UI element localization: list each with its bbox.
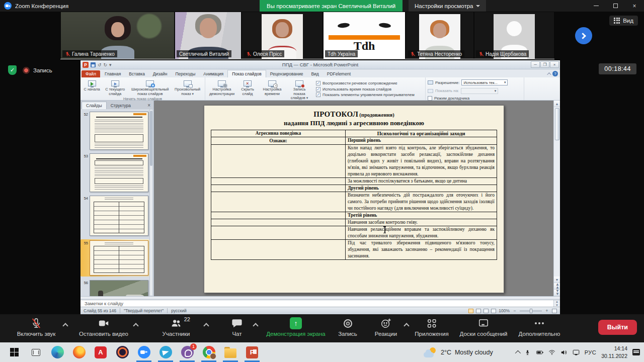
ribbon-tab[interactable]: Вставка [125, 70, 149, 78]
reactions-button[interactable]: Реакции [367, 317, 405, 337]
volume-tray-icon[interactable] [560, 349, 568, 356]
taskbar-acrobat[interactable]: A [94, 345, 108, 360]
notes-scrollbar[interactable]: ▲▼ [553, 300, 560, 307]
slide-sorter-view-icon[interactable] [476, 309, 481, 313]
fit-to-window-icon[interactable] [552, 309, 557, 313]
battery-tray-icon[interactable] [536, 349, 543, 356]
view-settings-button[interactable]: Настройки просмотра [409, 0, 486, 12]
ribbon-tab[interactable]: Рецензирование [266, 70, 307, 78]
taskbar-edge[interactable] [50, 345, 64, 360]
minimize-button[interactable] [587, 0, 606, 12]
participant-tile[interactable]: Светличный Виталий [175, 12, 241, 59]
leave-meeting-button[interactable]: Выйти [598, 320, 637, 335]
participants-options-chevron[interactable] [203, 323, 209, 328]
participant-tile[interactable]: Надія Щербакова [474, 12, 554, 59]
security-shield-icon[interactable]: ✓ [8, 65, 17, 75]
wifi-tray-icon[interactable] [548, 349, 555, 356]
from-beginning-button[interactable]: С начала [83, 79, 101, 93]
video-options-chevron[interactable] [133, 323, 138, 328]
slide-canvas-area[interactable]: ПРОТОКОЛ (продовження) надання ППД людин… [154, 101, 553, 296]
scrollbar-thumb[interactable] [555, 108, 559, 140]
slide-thumbnail[interactable] [90, 280, 148, 296]
custom-slideshow-button[interactable]: Произвольный показ ▾ [172, 79, 203, 97]
ribbon-checkbox[interactable]: ✓ Использовать время показа слайдов [316, 87, 415, 92]
close-button[interactable]: × [625, 0, 644, 12]
chat-options-chevron[interactable] [253, 323, 258, 328]
slide-thumbnail-row[interactable]: 53 [80, 153, 148, 192]
slide-thumbnail[interactable] [90, 240, 148, 276]
more-button[interactable]: Дополнительно [512, 317, 567, 337]
gallery-view-button[interactable]: Вид [609, 16, 638, 26]
reading-view-icon[interactable] [484, 309, 489, 313]
slide-scrollbar[interactable]: ▲ ▼ ▲▲ ▼▼ [553, 101, 560, 296]
ribbon-tab[interactable]: Анимация [199, 70, 227, 78]
ribbon-tab[interactable]: Вид [307, 70, 323, 78]
taskbar-telegram[interactable] [158, 345, 173, 360]
normal-view-icon[interactable] [468, 309, 473, 313]
tab-slides[interactable]: Слайды [82, 102, 107, 109]
slide-thumbnail[interactable] [90, 153, 148, 192]
ribbon-checkbox[interactable]: ✓ Воспроизвести речевое сопровождение [316, 81, 415, 85]
notes-splitter[interactable] [80, 296, 560, 300]
ribbon-tab[interactable]: PDFelement [323, 70, 355, 78]
ppt-restore-button[interactable]: ❐ [540, 61, 549, 68]
resolution-select[interactable]: Использовать тек...▾ [461, 79, 508, 85]
zoom-slider[interactable] [520, 311, 542, 311]
help-icon[interactable]: ? [552, 71, 558, 76]
ribbon-tab[interactable]: Файл [82, 70, 100, 78]
language-indicator[interactable]: русский [171, 308, 187, 313]
participant-tile[interactable]: Галина Тараненко [61, 12, 174, 59]
record-slideshow-button[interactable]: Запись показа слайдов ▾ [287, 79, 312, 101]
ribbon-tab[interactable]: Переходы [171, 70, 199, 78]
theme-name[interactable]: "Твердый переплет" [124, 308, 164, 313]
participant-tile-active-speaker[interactable]: Tdh Tdh Україна [324, 12, 405, 59]
participant-tile[interactable]: Тетяна Несторенко [406, 12, 473, 59]
taskbar-zoom[interactable] [137, 345, 151, 360]
next-participants-button[interactable] [575, 27, 592, 44]
setup-slideshow-button[interactable]: Настройка демонстрации [207, 79, 236, 97]
taskbar-clock[interactable]: 14:14 30.11.2022 [601, 345, 627, 359]
maximize-button[interactable] [606, 0, 625, 12]
close-panel-icon[interactable]: × [144, 103, 153, 109]
whiteboards-button[interactable]: Доски сообщений [456, 317, 511, 337]
stop-video-button[interactable]: Остановить видео [71, 317, 136, 337]
slide-thumbnail-row[interactable]: 54 [80, 196, 148, 236]
ribbon-tab[interactable]: Показ слайдов [227, 70, 266, 78]
slide-thumbnail[interactable] [90, 196, 148, 236]
slide-thumbnail-row-selected[interactable]: 55 [80, 239, 149, 277]
slide-thumbnail-row[interactable]: 56 [80, 280, 148, 296]
slide-thumbnail[interactable] [90, 112, 148, 150]
next-slide-button[interactable]: ▼▼ [554, 290, 560, 296]
taskbar-chrome[interactable] [202, 345, 216, 360]
ppt-minimize-button[interactable]: ─ [531, 61, 540, 68]
taskbar-powerpoint[interactable]: P [245, 345, 259, 360]
start-button[interactable] [7, 345, 21, 360]
microphone-tray-icon[interactable] [524, 349, 531, 356]
recording-indicator[interactable]: Запись [23, 67, 52, 74]
ribbon-tab[interactable]: Главная [101, 70, 125, 78]
hide-slide-button[interactable]: ×Скрыть слайд [237, 79, 258, 97]
notes-pane[interactable]: Заметки к слайду ▲▼ [80, 300, 560, 307]
taskbar-file-explorer[interactable] [223, 345, 237, 360]
zoom-out-icon[interactable]: − [512, 308, 517, 313]
tab-outline[interactable]: Структура [107, 102, 135, 109]
weather-widget[interactable]: 2°CMostly cloudy [424, 347, 493, 357]
taskbar-firefox[interactable] [72, 345, 86, 360]
taskbar-media-app[interactable] [115, 345, 129, 360]
scroll-up-icon[interactable]: ▲ [554, 101, 560, 107]
slideshow-view-icon[interactable] [491, 309, 496, 313]
taskbar-viber[interactable]: 1 [180, 345, 194, 360]
language-switcher[interactable]: РУС [585, 349, 597, 355]
rehearse-timings-button[interactable]: Настройка времени [259, 79, 286, 97]
ribbon-tab[interactable]: Дизайн [149, 70, 172, 78]
from-current-slide-button[interactable]: С текущего слайда [102, 79, 128, 97]
panel-scrollbar[interactable] [149, 109, 153, 296]
cast-tray-icon[interactable] [573, 349, 580, 356]
ppt-close-button[interactable]: × [550, 61, 559, 68]
zoom-in-icon[interactable]: + [544, 308, 549, 313]
notification-center-icon[interactable] [632, 349, 640, 355]
apps-button[interactable]: Приложения [409, 317, 455, 337]
audio-options-chevron[interactable] [62, 323, 68, 328]
record-button[interactable]: Запись [334, 317, 361, 337]
ribbon-checkbox[interactable]: ✓ Показать элементы управления проигрыва… [316, 93, 415, 97]
